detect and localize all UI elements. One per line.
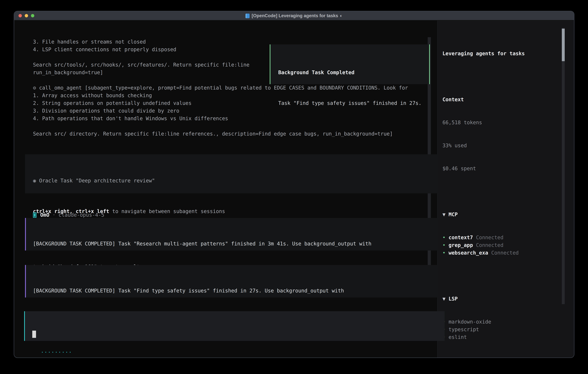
record-icon: ◉ (33, 178, 36, 184)
mcp-item: • websearch_exa Connected (442, 249, 574, 257)
bullet-icon: • (442, 242, 449, 248)
agent-session-header[interactable]: OmO · claude-opus-4-5 (33, 211, 104, 219)
task-result-block: [BACKGROUND TASK COMPLETED] Task "Resear… (25, 218, 438, 250)
mcp-status: Connected (491, 250, 519, 256)
mcp-name: context7 (449, 235, 473, 240)
notification-title: Background Task Completed (278, 69, 429, 76)
minimize-button[interactable] (25, 14, 28, 17)
mcp-status: Connected (476, 235, 504, 240)
window-title: [OpenCode] Leveraging agents for tasks (252, 12, 338, 20)
desktop: { "titlebar": { "title": "[OpenCode] Lev… (0, 0, 588, 374)
mcp-list: • context7 Connected• grep_app Connected… (442, 234, 574, 257)
mcp-item: • grep_app Connected (442, 241, 574, 249)
lsp-name: eslint (449, 334, 467, 340)
lsp-name: markdown-oxide (449, 319, 491, 325)
prompt-input[interactable]: OmO Opus 4.5 Anthropic (24, 311, 445, 341)
lsp-name: typescript (449, 327, 479, 332)
oracle-task-panel: ◉ Oracle Task "Deep architecture review"… (25, 154, 438, 193)
mcp-heading: MCP (449, 212, 458, 217)
context-spent: $0.46 spent (442, 165, 574, 172)
lsp-item: • eslint (442, 333, 574, 341)
sidebar-scrollbar-thumb[interactable] (562, 29, 565, 61)
collapse-arrow-icon[interactable]: ▼ (442, 212, 445, 217)
mcp-section-header[interactable]: ▼ MCP (442, 211, 574, 218)
separator-dot: · (49, 211, 58, 219)
text-cursor (32, 331, 36, 338)
spinner-icon: ········· (41, 349, 72, 356)
bullet-icon: • (442, 235, 449, 240)
title-bar[interactable]: [OpenCode] Leveraging agents for tasks ◐ (14, 11, 574, 20)
mcp-name: grep_app (449, 242, 473, 248)
lsp-list: • markdown-oxide• typescript• eslint (442, 318, 574, 341)
sidebar-scrollbar[interactable] (562, 28, 565, 304)
notification-body: Task "Find type safety issues" finished … (278, 99, 429, 107)
lsp-item: • markdown-oxide (442, 318, 574, 326)
mcp-item: • context7 Connected (442, 234, 574, 241)
oracle-title-line: ◉ Oracle Task "Deep architecture review" (33, 177, 438, 185)
terminal-line: Search src/ directory. Return specific f… (33, 130, 437, 138)
traffic-lights (19, 14, 34, 17)
mcp-name: websearch_exa (449, 250, 488, 256)
opencode-window: [OpenCode] Leveraging agents for tasks ◐… (14, 11, 574, 358)
agent-square-icon (33, 212, 36, 218)
gear-icon: ⚙ (33, 85, 39, 91)
lsp-heading: LSP (449, 296, 458, 302)
status-bar: ········· esc interrupt tab switch agent… (14, 341, 447, 349)
context-heading: Context (442, 96, 574, 104)
bullet-icon: • (442, 250, 449, 256)
close-button[interactable] (19, 14, 22, 17)
half-circle-icon: ◐ (340, 12, 343, 20)
context-used: 33% used (442, 142, 574, 149)
agent-model: claude-opus-4-5 (58, 211, 104, 219)
zoom-button[interactable] (31, 14, 34, 17)
esc-key[interactable]: esc (73, 357, 82, 358)
terminal-main-pane[interactable]: 3. File handles or streams not closed4. … (14, 21, 437, 357)
esc-hint: esc interrupt (73, 356, 112, 358)
context-tokens: 66,518 tokens (442, 119, 574, 126)
collapse-arrow-icon[interactable]: ▼ (442, 296, 445, 302)
task-line-1: [BACKGROUND TASK COMPLETED] Task "Resear… (33, 240, 438, 248)
shortcut-hint: to navigate between subagent sessions (109, 208, 225, 214)
lsp-item: • typescript (442, 326, 574, 333)
session-title: Leveraging agents for tasks (442, 50, 574, 57)
oracle-title: Oracle Task "Deep architecture review" (39, 178, 155, 184)
task-line-1: [BACKGROUND TASK COMPLETED] Task "Find t… (33, 287, 438, 295)
terminal-line: 1. Array access without bounds checking (33, 92, 437, 99)
background-task-notification: Background Task Completed Task "Find typ… (270, 44, 430, 84)
lsp-section-header[interactable]: ▼ LSP (442, 295, 574, 303)
agent-name: OmO (40, 211, 49, 219)
mcp-status: Connected (476, 242, 504, 248)
session-sidebar[interactable]: Leveraging agents for tasks Context 66,5… (437, 21, 574, 357)
task-result-block: [BACKGROUND TASK COMPLETED] Task "Find t… (25, 265, 438, 298)
folder-icon (246, 14, 250, 18)
terminal-line (33, 122, 437, 130)
input-cursor-line (32, 331, 445, 340)
esc-label: interrupt (85, 357, 112, 358)
